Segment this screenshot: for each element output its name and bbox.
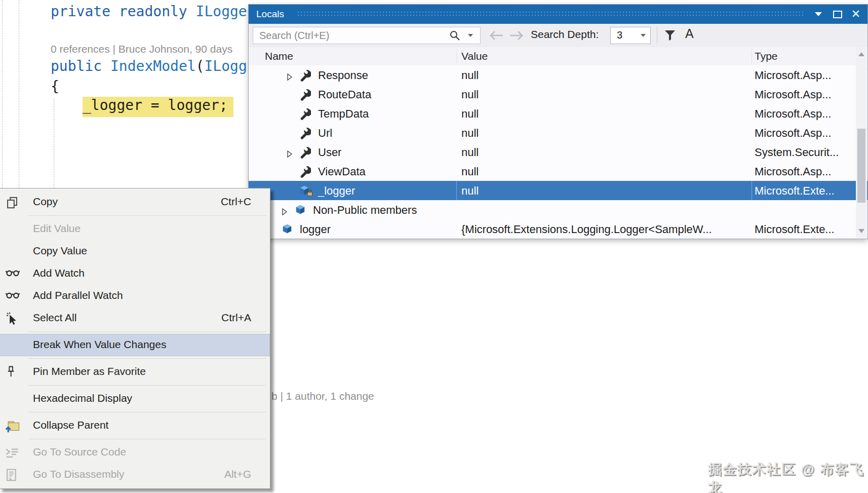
codelens-references[interactable]: 0 references | Bruce Johnson, 90 days <box>51 43 232 55</box>
indent-guide <box>54 98 54 188</box>
column-divider[interactable] <box>752 49 752 63</box>
code-line-field-declaration: private readonly ILogge <box>51 3 247 20</box>
code-type: ILogge <box>196 3 247 20</box>
menu-item-shortcut: Ctrl+A <box>221 312 251 324</box>
menu-item-break-when-value-changes[interactable]: Break When Value Changes <box>0 334 270 356</box>
menu-item-label: Add Parallel Watch <box>33 289 123 301</box>
menu-item-copy[interactable]: CopyCtrl+C <box>0 191 270 213</box>
locals-row-response[interactable]: ResponsenullMicrosoft.Asp... <box>249 65 867 85</box>
locals-toolbar: Search Depth: 3 A <box>249 24 867 48</box>
private-field-icon <box>299 185 314 200</box>
variable-type: Microsoft.Exte... <box>755 184 835 198</box>
menu-item-label: Select All <box>33 312 76 324</box>
menu-item-collapse-parent[interactable]: Collapse Parent <box>0 414 270 437</box>
back-arrow-icon[interactable] <box>487 30 505 43</box>
search-depth-label: Search Depth: <box>531 28 599 41</box>
window-position-menu-button[interactable] <box>810 5 827 24</box>
locals-row-routedata[interactable]: RouteDatanullMicrosoft.Asp... <box>249 85 867 104</box>
maximize-icon <box>833 11 842 18</box>
match-case-button[interactable]: A <box>685 26 694 41</box>
menu-item-copy-value[interactable]: Copy Value <box>0 240 270 262</box>
menu-item-add-parallel-watch[interactable]: Add Parallel Watch <box>0 285 270 307</box>
menu-item-label: Add Watch <box>33 267 85 279</box>
menu-item-go-to-source-code: Go To Source Code <box>0 441 270 464</box>
close-icon: ✕ <box>851 9 860 20</box>
field-cube-icon <box>295 204 306 218</box>
column-header-value[interactable]: Value <box>461 50 488 62</box>
property-wrench-icon <box>299 127 311 142</box>
codelens-authors[interactable]: b | 1 author, 1 change <box>271 390 374 402</box>
variable-name: logger <box>300 223 331 236</box>
indent-guide <box>2 0 3 188</box>
variable-type: Microsoft.Asp... <box>755 107 832 121</box>
locals-row-non-public-members[interactable]: Non-Public members <box>249 200 867 219</box>
search-options-caret-icon[interactable] <box>468 34 473 37</box>
column-divider[interactable] <box>456 49 457 63</box>
maximize-button[interactable] <box>829 5 846 24</box>
locals-row-user[interactable]: UsernullSystem.Securit... <box>249 142 867 162</box>
search-icon[interactable] <box>449 29 462 45</box>
variable-value: null <box>461 165 479 178</box>
search-input[interactable] <box>258 28 432 43</box>
variable-name: _logger <box>318 184 355 198</box>
scroll-down-icon[interactable] <box>858 229 864 233</box>
variable-value: null <box>461 127 479 140</box>
locals-row-url[interactable]: UrlnullMicrosoft.Asp... <box>249 123 867 142</box>
variable-value: null <box>461 107 479 121</box>
property-wrench-icon <box>299 69 311 85</box>
scrollbar-thumb[interactable] <box>857 129 865 203</box>
menu-item-select-all[interactable]: Select AllCtrl+A <box>0 307 270 329</box>
locals-row-_logger[interactable]: _loggernullMicrosoft.Exte... <box>249 181 867 200</box>
menu-item-add-watch[interactable]: Add Watch <box>0 262 270 285</box>
variable-type: Microsoft.Asp... <box>755 127 832 140</box>
filter-button[interactable] <box>664 29 677 42</box>
menu-item-label: Pin Member as Favorite <box>33 365 146 377</box>
column-header-type[interactable]: Type <box>755 50 778 62</box>
menu-item-hexadecimal-display[interactable]: Hexadecimal Display <box>0 388 270 410</box>
property-wrench-icon <box>299 146 311 162</box>
menu-item-pin-member-as-favorite[interactable]: Pin Member as Favorite <box>0 361 270 383</box>
search-depth-dropdown[interactable]: 3 <box>610 27 651 44</box>
variable-name: Response <box>318 69 368 82</box>
variable-type: Microsoft.Exte... <box>755 223 835 236</box>
variable-type: Microsoft.Asp... <box>755 165 832 178</box>
chevron-down-icon <box>815 12 822 16</box>
variable-value: {Microsoft.Extensions.Logging.Logger<Sam… <box>461 223 712 236</box>
current-statement-highlight: _logger = logger; <box>83 97 233 117</box>
menu-item-label: Edit Value <box>33 222 81 235</box>
variable-value: null <box>461 88 479 101</box>
locals-titlebar[interactable]: Locals ✕ <box>249 5 867 24</box>
code-line-constructor: public IndexModel(ILogg <box>51 58 247 74</box>
menu-separator <box>29 385 266 386</box>
pin-icon <box>5 365 20 378</box>
collapse-icon <box>5 419 20 432</box>
variable-name: Non-Public members <box>313 204 417 217</box>
close-button[interactable]: ✕ <box>847 5 864 24</box>
locals-row-viewdata[interactable]: ViewDatanullMicrosoft.Asp... <box>249 162 867 181</box>
property-wrench-icon <box>299 166 311 181</box>
expand-arrow-icon[interactable] <box>282 206 288 219</box>
variable-type: Microsoft.Asp... <box>755 69 832 82</box>
menu-separator <box>29 215 266 216</box>
menu-separator <box>29 331 266 332</box>
variable-value: null <box>461 184 479 198</box>
indent-guide <box>19 0 19 188</box>
column-header-name[interactable]: Name <box>265 50 293 62</box>
titlebar-drag-grip[interactable] <box>297 11 804 18</box>
forward-arrow-icon[interactable] <box>508 30 526 43</box>
search-box[interactable] <box>253 27 481 44</box>
variable-type: Microsoft.Asp... <box>755 88 832 101</box>
property-wrench-icon <box>299 89 311 104</box>
expand-arrow-icon[interactable] <box>287 148 293 161</box>
locals-row-logger[interactable]: logger{Microsoft.Extensions.Logging.Logg… <box>249 219 867 239</box>
code-type: ILogg <box>204 58 247 74</box>
menu-item-label: Copy <box>33 196 58 208</box>
vertical-scrollbar[interactable] <box>856 47 867 238</box>
menu-item-shortcut: Ctrl+C <box>221 196 251 208</box>
expand-arrow-icon[interactable] <box>287 71 293 84</box>
locals-row-tempdata[interactable]: TempDatanullMicrosoft.Asp... <box>249 104 867 123</box>
variable-value: null <box>461 69 479 82</box>
select-all-icon <box>5 312 20 325</box>
menu-item-shortcut: Alt+G <box>224 468 251 480</box>
scroll-up-icon[interactable] <box>858 52 864 56</box>
